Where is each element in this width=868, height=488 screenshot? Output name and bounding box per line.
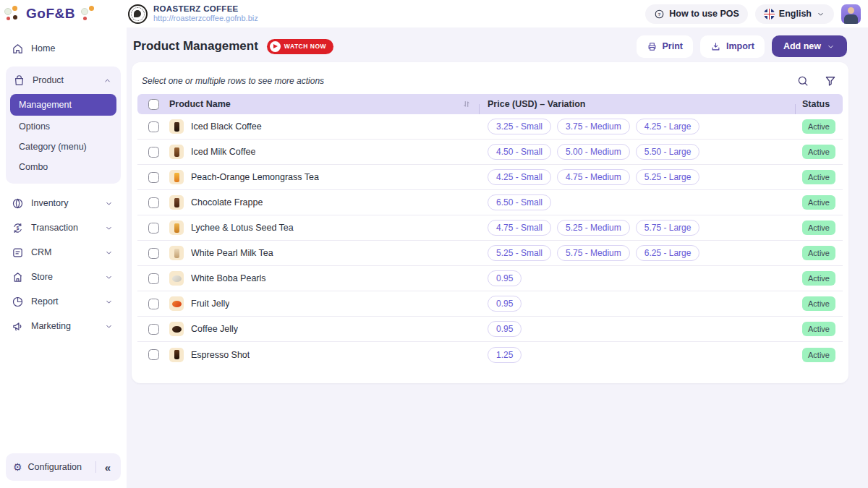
row-checkbox[interactable]	[148, 248, 159, 259]
sidebar-item-management[interactable]: Management	[10, 94, 116, 116]
sidebar-item-label: Product	[33, 75, 64, 85]
uk-flag-icon	[764, 9, 775, 20]
add-new-label: Add new	[783, 41, 821, 51]
sidebar-item-inventory[interactable]: Inventory	[6, 191, 121, 215]
price-variation-cell: 4.75 - Small5.25 - Medium5.75 - Large	[479, 220, 795, 236]
chevron-down-icon	[103, 297, 115, 307]
product-thumbnail	[169, 221, 184, 235]
product-thumbnail	[169, 145, 184, 159]
price-variation-pill: 4.75 - Medium	[557, 169, 630, 185]
table-row: Chocolate Frappe 6.50 - Small Active	[137, 190, 843, 215]
product-name: White Boba Pearls	[191, 273, 266, 283]
report-icon	[12, 296, 24, 308]
watch-now-label: WATCH NOW	[284, 43, 326, 50]
product-name: Espresso Shot	[191, 350, 250, 360]
search-icon[interactable]	[796, 74, 809, 87]
price-variation-pill: 5.75 - Large	[636, 220, 700, 236]
watch-now-button[interactable]: WATCH NOW	[267, 39, 333, 54]
language-selector[interactable]: English	[755, 4, 834, 24]
status-badge: Active	[802, 195, 835, 210]
table-row: Lychee & Lotus Seed Tea 4.75 - Small5.25…	[137, 215, 843, 241]
price-variation-cell: 5.25 - Small5.75 - Medium6.25 - Large	[479, 245, 795, 261]
sidebar-item-product[interactable]: Product	[9, 68, 118, 93]
top-bar-actions: ? How to use POS English	[645, 4, 868, 24]
price-variation-cell: 0.95	[479, 270, 795, 286]
table-row: Peach-Orange Lemongrass Tea 4.25 - Small…	[137, 165, 843, 190]
store-brand-block: ROASTERZ COFFEE http://roasterzcoffee.go…	[127, 4, 258, 24]
food-illustration-icon	[81, 6, 97, 22]
sidebar-group-product: ProductManagementOptionsCategory (menu)C…	[6, 67, 121, 184]
printer-icon	[647, 41, 658, 52]
row-checkbox[interactable]	[148, 121, 159, 132]
store-url[interactable]: http://roasterzcoffee.gofnb.biz	[153, 14, 258, 23]
sidebar-item-options[interactable]: Options	[10, 117, 116, 136]
product-name: Coffee Jelly	[191, 324, 238, 334]
column-header-product-name[interactable]: Product Name	[169, 99, 231, 109]
price-variation-pill: 1.25	[488, 347, 522, 363]
table-row: White Boba Pearls 0.95 Active	[137, 266, 843, 291]
column-header-price: Price (USD) – Variation	[488, 99, 585, 109]
inventory-icon	[12, 197, 24, 210]
row-checkbox[interactable]	[148, 273, 159, 284]
help-icon: ?	[654, 9, 665, 20]
product-name: Iced Milk Coffee	[191, 147, 255, 157]
row-checkbox[interactable]	[148, 324, 159, 335]
status-badge: Active	[802, 271, 835, 286]
row-checkbox[interactable]	[148, 349, 159, 360]
user-avatar[interactable]	[841, 4, 861, 24]
sidebar-item-store[interactable]: Store	[6, 265, 121, 289]
top-bar: GoF&B ROASTERZ COFFEE http://roasterzcof…	[0, 0, 868, 27]
app-root: GoF&B ROASTERZ COFFEE http://roasterzcof…	[0, 0, 868, 488]
row-checkbox[interactable]	[148, 147, 159, 158]
row-checkbox[interactable]	[148, 172, 159, 183]
product-thumbnail	[169, 119, 184, 134]
row-checkbox[interactable]	[148, 223, 159, 234]
home-icon	[12, 43, 24, 55]
sidebar-item-marketing[interactable]: Marketing	[6, 314, 121, 338]
sidebar-item-configuration[interactable]: Configuration	[28, 462, 90, 472]
status-badge: Active	[802, 348, 835, 362]
store-icon	[12, 271, 24, 283]
status-badge: Active	[802, 246, 835, 260]
food-illustration-icon	[4, 6, 20, 22]
price-variation-pill: 3.75 - Medium	[557, 119, 630, 134]
price-variation-pill: 5.00 - Medium	[557, 144, 630, 160]
sidebar-item-report[interactable]: Report	[6, 289, 121, 314]
filter-icon[interactable]	[824, 74, 837, 87]
status-badge: Active	[802, 145, 835, 159]
price-variation-cell: 0.95	[479, 296, 795, 312]
chevron-down-icon	[103, 273, 115, 282]
transaction-icon: $	[12, 222, 24, 234]
sidebar-item-home[interactable]: Home	[6, 36, 121, 61]
sidebar-item-label: Marketing	[31, 321, 71, 331]
price-variation-pill: 5.25 - Small	[488, 245, 551, 261]
select-all-checkbox[interactable]	[148, 99, 159, 110]
sidebar-item-label: CRM	[31, 247, 51, 257]
sidebar-item-combo[interactable]: Combo	[10, 158, 116, 176]
table-row: Coffee Jelly 0.95 Active	[137, 317, 843, 342]
sidebar-item-transaction[interactable]: $ Transaction	[6, 215, 121, 240]
language-label: English	[779, 9, 812, 19]
product-name: Lychee & Lotus Seed Tea	[191, 223, 294, 233]
price-variation-pill: 4.50 - Small	[488, 144, 551, 160]
collapse-sidebar-button[interactable]: «	[102, 461, 114, 474]
price-variation-pill: 5.50 - Large	[636, 144, 700, 160]
price-variation-pill: 0.95	[488, 270, 522, 286]
how-to-use-pos-button[interactable]: ? How to use POS	[645, 4, 748, 24]
print-button[interactable]: Print	[637, 35, 693, 58]
sidebar-item-crm[interactable]: CRM	[6, 240, 121, 265]
import-button[interactable]: Import	[700, 35, 765, 58]
chevron-down-icon	[103, 322, 115, 331]
price-variation-cell: 0.95	[479, 321, 795, 337]
add-new-button[interactable]: Add new	[772, 35, 847, 57]
sidebar-item-label: Transaction	[31, 223, 78, 233]
sidebar-item-category-menu-[interactable]: Category (menu)	[10, 137, 116, 156]
row-checkbox[interactable]	[148, 197, 159, 208]
sort-icon[interactable]	[461, 99, 472, 109]
svg-text:$: $	[17, 225, 20, 231]
row-checkbox[interactable]	[148, 299, 159, 309]
marketing-icon	[12, 320, 24, 333]
price-variation-pill: 5.25 - Medium	[557, 220, 630, 236]
import-label: Import	[726, 41, 754, 51]
crm-icon	[12, 247, 24, 259]
